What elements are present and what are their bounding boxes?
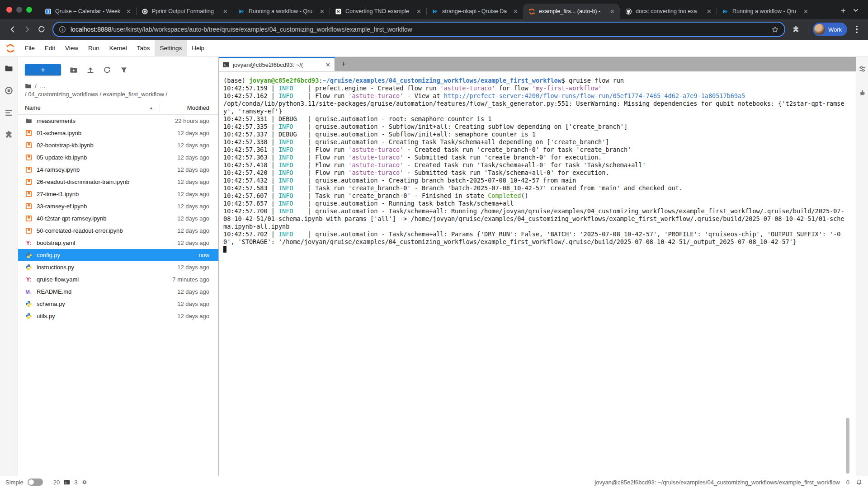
- menu-item-run[interactable]: Run: [83, 40, 104, 56]
- terminal-tab-close-icon[interactable]: ✕: [324, 61, 332, 68]
- menu-item-view[interactable]: View: [60, 40, 83, 56]
- browser-tab[interactable]: 8Qruise – Calendar - Week✕: [39, 4, 136, 19]
- breadcrumb-root[interactable]: /: [35, 83, 37, 89]
- file-name: 02-bootstrap-kb.ipynb: [37, 142, 156, 149]
- profile-chip[interactable]: Work: [813, 23, 847, 36]
- browser-tab[interactable]: Running a workflow - Qru✕: [717, 4, 813, 19]
- file-row[interactable]: 14-ramsey.ipynb12 days ago: [18, 164, 218, 176]
- tab-close-icon[interactable]: ✕: [609, 8, 616, 15]
- forward-icon[interactable]: [20, 22, 34, 37]
- browser-tab[interactable]: example_firs... (auto-b) -✕: [523, 4, 620, 19]
- menu-item-file[interactable]: File: [20, 40, 40, 56]
- file-modified: 12 days ago: [160, 215, 209, 222]
- add-terminal-button[interactable]: +: [335, 57, 352, 71]
- tab-close-icon[interactable]: ✕: [802, 8, 810, 15]
- file-browser-icon[interactable]: [5, 64, 13, 73]
- filter-icon[interactable]: [120, 66, 128, 74]
- new-folder-icon[interactable]: [70, 66, 78, 74]
- browser-menu-kebab-icon[interactable]: [851, 26, 863, 33]
- session-path: jovyan@c85e2f6bcd93: ~/qruise/examples/0…: [594, 479, 840, 486]
- bookmark-star-icon[interactable]: [771, 26, 779, 33]
- tab-close-icon[interactable]: ✕: [512, 8, 519, 15]
- property-inspector-icon[interactable]: [859, 65, 866, 73]
- file-row[interactable]: 50-correlated-readout-error.ipynb12 days…: [18, 225, 218, 237]
- menu-item-help[interactable]: Help: [187, 40, 209, 56]
- terminal-tab[interactable]: $_ jovyan@c85e2f6bcd93: ~/( ✕: [219, 57, 335, 71]
- file-modified: 12 days ago: [160, 154, 209, 161]
- running-kernels-icon[interactable]: [5, 86, 13, 95]
- file-row[interactable]: 02-bootstrap-kb.ipynb12 days ago: [18, 139, 218, 151]
- debugger-bug-icon[interactable]: [859, 89, 866, 97]
- terminal-line: 10:42:57.420 | INFO | Flow run 'astute-t…: [223, 169, 856, 177]
- tab-close-icon[interactable]: ✕: [222, 8, 229, 15]
- site-info-icon[interactable]: [59, 26, 66, 33]
- terminal-line: /opt/conda/lib/python3.11/site-packages/…: [223, 100, 856, 108]
- name-column-header[interactable]: Name ▲: [25, 104, 160, 111]
- extension-manager-puzzle-icon[interactable]: [5, 131, 13, 139]
- yaml-file-icon: Y:: [25, 240, 33, 246]
- tab-close-icon[interactable]: ✕: [705, 8, 713, 15]
- file-row[interactable]: Y:bootstrap.yaml12 days ago: [18, 237, 218, 249]
- file-modified: 12 days ago: [160, 142, 209, 149]
- file-row[interactable]: 05-update-kb.ipynb12 days ago: [18, 151, 218, 164]
- breadcrumb-path[interactable]: / 04_customizing_workflows / example_fir…: [18, 89, 218, 101]
- file-row[interactable]: measurements22 hours ago: [18, 115, 218, 127]
- browser-tab[interactable]: NConverting TNO example✕: [330, 4, 426, 19]
- file-row[interactable]: M↓README.md12 days ago: [18, 286, 218, 298]
- notebook-file-icon: [25, 203, 33, 210]
- tab-search-chevron-icon[interactable]: [850, 5, 862, 16]
- file-name: measurements: [37, 117, 156, 124]
- window-maximize-button[interactable]: [26, 7, 32, 13]
- file-row[interactable]: 33-ramsey-ef.ipynb12 days ago: [18, 200, 218, 212]
- url-text: localhost:8888/user/kirsty/lab/workspace…: [71, 26, 412, 33]
- browser-tab[interactable]: Pprint Output Formatting✕: [136, 4, 233, 19]
- menu-item-tabs[interactable]: Tabs: [132, 40, 155, 56]
- refresh-icon[interactable]: [103, 66, 111, 74]
- new-tab-button[interactable]: +: [836, 4, 850, 18]
- modified-column-header[interactable]: Modified: [160, 103, 209, 112]
- file-row[interactable]: 40-t2star-qpt-ramsey.ipynb12 days ago: [18, 212, 218, 225]
- activity-bar: [0, 57, 18, 476]
- terminal-output[interactable]: (base) jovyan@c85e2f6bcd93:~/qruise/exam…: [219, 71, 856, 476]
- file-row[interactable]: Y:qruise-flow.yaml7 minutes ago: [18, 273, 218, 286]
- tab-close-icon[interactable]: ✕: [318, 8, 326, 15]
- file-row[interactable]: instructions.py12 days ago: [18, 261, 218, 273]
- tab-close-icon[interactable]: ✕: [415, 8, 423, 15]
- simple-mode-toggle[interactable]: [28, 479, 43, 486]
- file-name: schema.py: [37, 300, 156, 307]
- file-row[interactable]: 01-schema.ipynb12 days ago: [18, 127, 218, 139]
- extensions-puzzle-icon[interactable]: [789, 22, 803, 37]
- file-row[interactable]: utils.py12 days ago: [18, 310, 218, 322]
- menu-item-kernel[interactable]: Kernel: [104, 40, 132, 56]
- tab-close-icon[interactable]: ✕: [125, 8, 132, 15]
- file-row[interactable]: 27-time-t1.ipynb12 days ago: [18, 188, 218, 200]
- python-file-icon: [25, 264, 33, 271]
- table-of-contents-icon[interactable]: [5, 108, 13, 117]
- back-icon[interactable]: [5, 22, 20, 37]
- scrollbar-thumb[interactable]: [846, 418, 849, 474]
- window-minimize-button[interactable]: [16, 7, 22, 13]
- browser-tab[interactable]: Running a workflow - Qru✕: [233, 4, 330, 19]
- breadcrumb-ellipsis[interactable]: …: [40, 83, 46, 89]
- file-browser-panel: + / … / 04_customizing_workflows / examp…: [18, 57, 219, 476]
- browser-tab[interactable]: docs: converting tno exa✕: [620, 4, 717, 19]
- kernel-count-icon[interactable]: [81, 479, 88, 485]
- python-file-icon: [25, 300, 33, 307]
- file-row[interactable]: config.pynow: [18, 249, 218, 261]
- notebook-file-icon: [25, 178, 33, 185]
- menu-item-settings[interactable]: Settings: [155, 40, 187, 56]
- new-launcher-button[interactable]: +: [25, 64, 61, 75]
- url-bar[interactable]: localhost:8888/user/kirsty/lab/workspace…: [52, 22, 785, 37]
- file-row[interactable]: schema.py12 days ago: [18, 298, 218, 310]
- reload-icon[interactable]: [34, 22, 49, 37]
- avatar: [814, 24, 825, 35]
- terminal-line: (base) jovyan@c85e2f6bcd93:~/qruise/exam…: [223, 77, 856, 84]
- file-row[interactable]: 26-readout-discriminator-train.ipynb12 d…: [18, 176, 218, 188]
- upload-icon[interactable]: [86, 66, 94, 74]
- browser-tab[interactable]: strange-okapi - Qruise Da✕: [426, 4, 523, 19]
- menu-item-edit[interactable]: Edit: [40, 40, 60, 56]
- home-folder-icon[interactable]: [25, 83, 32, 89]
- terminal-count-icon[interactable]: $_: [64, 479, 70, 485]
- window-close-button[interactable]: [6, 7, 12, 13]
- bell-icon[interactable]: [856, 479, 863, 486]
